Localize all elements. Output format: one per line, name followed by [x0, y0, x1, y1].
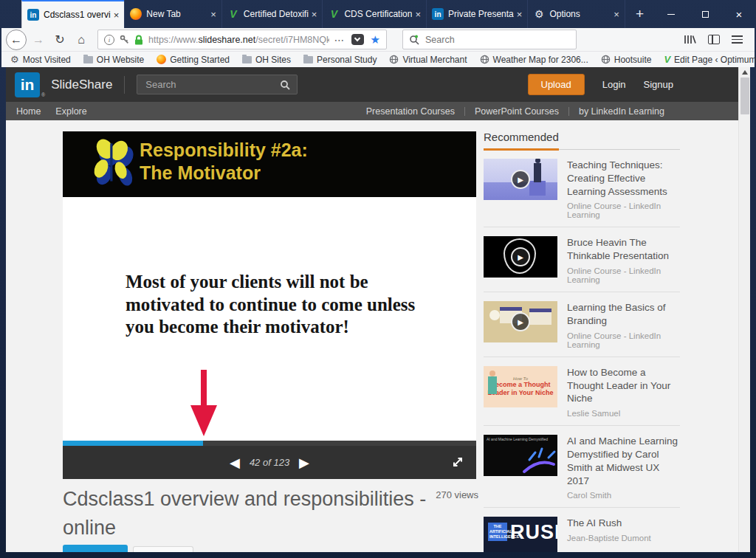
minimize-button[interactable]	[654, 0, 688, 28]
key-permission-icon[interactable]	[120, 35, 129, 44]
close-tab-icon[interactable]: ×	[614, 9, 619, 20]
recommended-thumbnail[interactable]: How To Become a Thought Leader in Your N…	[484, 366, 557, 407]
recommended-thumbnail[interactable]: ▶	[484, 236, 557, 278]
bookmark-oh-sites[interactable]: OH Sites	[242, 55, 291, 65]
play-icon: ▶	[511, 170, 530, 189]
fullscreen-icon[interactable]	[450, 455, 465, 469]
nav-linkedin-learning-link[interactable]: by LinkedIn Learning	[579, 106, 664, 117]
home-button[interactable]: ⌂	[72, 30, 91, 49]
minimize-icon	[667, 14, 675, 15]
bookmark-personal-study[interactable]: Personal Study	[303, 55, 377, 65]
recommended-thumbnail[interactable]: AI and Machine Learning Demystified	[484, 435, 557, 476]
tab-label: New Tab	[146, 9, 207, 19]
previous-slide-button[interactable]: ◀	[230, 456, 240, 469]
close-tab-icon[interactable]: ×	[517, 9, 523, 20]
recommended-meta: Jean-Baptiste Dumont	[567, 534, 680, 542]
search-icon[interactable]	[280, 80, 290, 90]
browser-scrollbar[interactable]	[738, 67, 750, 552]
tab-options[interactable]: ⚙ Options ×	[527, 0, 625, 28]
recommended-title: How to Become a Thought Leader in Your N…	[567, 366, 680, 405]
url-text: https://www.slideshare.net/secret/i7HM8N…	[148, 35, 329, 45]
recommended-item-ai-rush[interactable]: THE ARTIFICIAL INTELLIGENCE RUSH The AI …	[484, 508, 680, 552]
recommended-thumbnail[interactable]: THE ARTIFICIAL INTELLIGENCE RUSH	[484, 517, 557, 552]
tab-certified-detox[interactable]: V Certified Detoxifi ×	[221, 0, 323, 28]
recommended-thumbnail[interactable]: ▶	[484, 159, 557, 200]
bookmark-star-icon[interactable]: ★	[371, 33, 380, 46]
recommended-meta: Carol Smith	[567, 491, 680, 500]
recommended-item-basics-of-branding[interactable]: ▶ Learning the Basics of Branding Online…	[484, 292, 680, 357]
recommended-item-ai-machine-learning[interactable]: AI and Machine Learning Demystified AI a…	[484, 426, 680, 508]
partial-button-gray[interactable]	[133, 546, 193, 552]
new-tab-button[interactable]: +	[625, 6, 654, 22]
current-slide[interactable]: Responsibility #2a: The Motivator Most o…	[63, 131, 476, 441]
gear-icon: ⚙	[10, 54, 19, 65]
scroll-up-arrow[interactable]	[742, 70, 748, 75]
bookmark-weather-map[interactable]: Weather Map for 2306...	[480, 55, 588, 65]
toolbar-right-icons	[684, 34, 750, 45]
illustrated-man	[488, 376, 497, 394]
forward-button[interactable]: →	[29, 30, 48, 49]
recommended-item-thought-leader[interactable]: How To Become a Thought Leader in Your N…	[484, 357, 680, 426]
close-tab-icon[interactable]: ×	[312, 9, 317, 20]
recommended-meta: Online Course - LinkedIn Learning	[567, 266, 680, 284]
close-tab-icon[interactable]: ×	[114, 10, 120, 21]
page-info-icon[interactable]: i	[104, 35, 114, 45]
tab-cdsclass1[interactable]: in Cdsclass1 overvi ×	[21, 0, 125, 28]
bookmark-getting-started[interactable]: Getting Started	[157, 55, 230, 65]
login-link[interactable]: Login	[602, 79, 626, 90]
scrollbar-thumb[interactable]	[740, 78, 749, 114]
recommended-heading: Recommended	[484, 131, 680, 150]
sidebar-toggle-icon[interactable]	[708, 35, 720, 44]
site-search-bar[interactable]	[137, 75, 298, 94]
signup-link[interactable]: Signup	[644, 79, 673, 90]
menu-icon[interactable]	[732, 35, 743, 44]
maximize-button[interactable]	[688, 0, 722, 28]
slide-body-text: Most of your clients will not be motivat…	[126, 271, 427, 339]
close-window-button[interactable]: ×	[722, 0, 756, 28]
linkedin-logo[interactable]: in	[15, 72, 40, 97]
globe-icon	[480, 55, 489, 64]
slideshare-brand[interactable]: SlideShare	[51, 78, 112, 92]
upload-button[interactable]: Upload	[528, 74, 585, 95]
https-lock-icon[interactable]	[134, 35, 143, 45]
bookmark-virtual-merchant[interactable]: Virtual Merchant	[389, 55, 467, 65]
search-input[interactable]	[424, 34, 570, 46]
search-bar[interactable]	[402, 30, 577, 49]
close-tab-icon[interactable]: ×	[210, 9, 216, 20]
page-content: Responsibility #2a: The Motivator Most o…	[6, 120, 738, 552]
tab-cds-certification[interactable]: V CDS Certification ×	[322, 0, 427, 28]
library-icon[interactable]	[684, 34, 696, 45]
tab-private-presentation[interactable]: in Private Presenta ×	[426, 0, 528, 28]
recommended-meta: Online Course - LinkedIn Learning	[567, 331, 680, 349]
bookmark-most-visited[interactable]: ⚙Most Visited	[10, 54, 71, 65]
recommended-title: Bruce Heavin The Thinkable Presentation	[567, 236, 680, 263]
back-button[interactable]: ←	[6, 30, 27, 50]
site-search-input[interactable]	[144, 78, 275, 91]
linkedin-favicon: in	[432, 8, 444, 20]
close-tab-icon[interactable]: ×	[415, 9, 421, 20]
recommended-thumbnail[interactable]: ▶	[484, 301, 557, 342]
window-controls: ×	[654, 0, 756, 28]
nav-presentation-courses-link[interactable]: Presentation Courses	[366, 106, 455, 117]
url-bar[interactable]: i https://www.slideshare.net/secret/i7HM…	[97, 30, 387, 49]
tab-new-tab[interactable]: New Tab ×	[124, 0, 222, 28]
nav-explore-link[interactable]: Explore	[55, 106, 86, 117]
pocket-icon[interactable]	[351, 34, 364, 45]
view-count: 270 views	[416, 489, 478, 500]
nav-home-link[interactable]: Home	[16, 106, 41, 117]
tab-label: Cdsclass1 overvi	[44, 10, 111, 20]
recommended-item-thinkable-presentation[interactable]: ▶ Bruce Heavin The Thinkable Presentatio…	[484, 227, 680, 292]
reload-button[interactable]: ↻	[50, 30, 69, 49]
slide-progress-bar[interactable]	[63, 441, 476, 446]
bookmark-hootsuite[interactable]: Hootsuite	[601, 55, 652, 65]
firefox-favicon	[130, 8, 142, 20]
page-actions-icon[interactable]: ⋯	[334, 34, 345, 46]
bookmark-oh-website[interactable]: OH Website	[83, 55, 144, 65]
partial-button-blue[interactable]	[63, 545, 128, 552]
bookmark-edit-page[interactable]: VEdit Page ‹ Optimum ...	[664, 54, 756, 65]
recommended-item-teaching-techniques[interactable]: ▶ Teaching Techniques: Creating Effectiv…	[484, 150, 680, 227]
next-slide-button[interactable]: ▶	[299, 456, 309, 469]
nav-powerpoint-courses-link[interactable]: PowerPoint Courses	[475, 106, 559, 117]
page-viewport: in ® SlideShare Upload Login Signup Home	[6, 67, 750, 552]
tab-label: Options	[549, 9, 611, 19]
